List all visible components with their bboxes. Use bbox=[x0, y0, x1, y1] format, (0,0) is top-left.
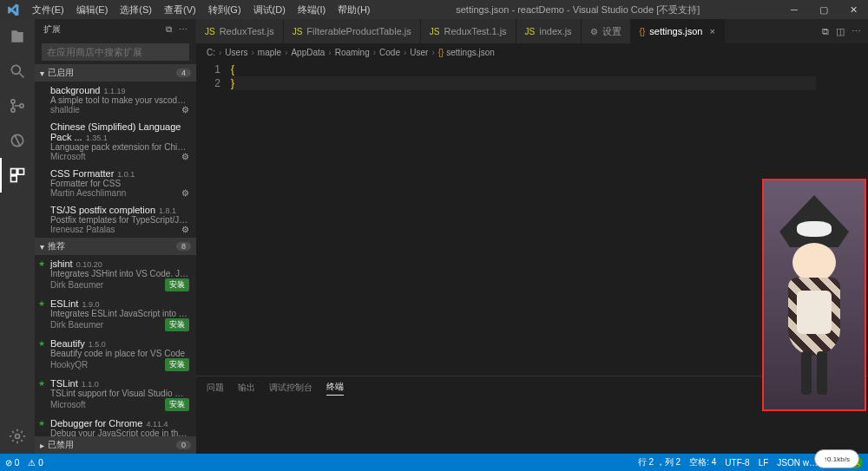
split-editor-icon[interactable]: ◫ bbox=[836, 26, 845, 37]
breadcrumb-item[interactable]: maple bbox=[258, 48, 281, 57]
speed-pill: ↑ 0.1kb/s bbox=[814, 449, 859, 468]
more-icon[interactable]: ⋯ bbox=[179, 24, 187, 35]
line-gutter: 12 bbox=[196, 61, 231, 376]
warnings-status[interactable]: ⚠ 0 bbox=[28, 458, 43, 468]
file-icon: ⚙ bbox=[590, 27, 598, 36]
extension-search[interactable] bbox=[42, 43, 189, 61]
svg-point-3 bbox=[11, 108, 15, 112]
gear-icon[interactable]: ⚙ bbox=[181, 225, 189, 234]
disabled-count-badge: 0 bbox=[176, 441, 191, 449]
menu-item[interactable]: 调试(D) bbox=[247, 3, 292, 16]
breadcrumb-item[interactable]: {} settings.json bbox=[438, 48, 495, 57]
status-bar: ⊘ 0 ⚠ 0 行 2 ，列 2 空格: 4 UTF-8 LF JSON w… … bbox=[0, 454, 868, 471]
more-actions-icon[interactable]: ⋯ bbox=[852, 26, 861, 37]
compare-icon[interactable]: ⧉ bbox=[822, 26, 829, 37]
window-title: settings.json - reactDemo - Visual Studi… bbox=[377, 3, 779, 16]
install-button[interactable]: 安装 bbox=[165, 278, 189, 291]
maximize-button[interactable]: ▢ bbox=[809, 0, 838, 19]
indent-status[interactable]: 空格: 4 bbox=[689, 456, 716, 468]
menu-item[interactable]: 帮助(H) bbox=[332, 3, 376, 16]
filter-icon[interactable]: ⧉ bbox=[166, 24, 172, 35]
svg-rect-8 bbox=[18, 169, 24, 175]
menu-item[interactable]: 编辑(E) bbox=[70, 3, 115, 16]
install-button[interactable]: 安装 bbox=[165, 318, 189, 331]
file-icon: JS bbox=[205, 27, 215, 36]
breadcrumb-item[interactable]: User bbox=[410, 48, 428, 57]
debug-icon[interactable] bbox=[0, 123, 35, 158]
menu-item[interactable]: 转到(G) bbox=[202, 3, 247, 16]
panel-tab[interactable]: 输出 bbox=[238, 382, 255, 394]
editor-tab[interactable]: JSFilterableProductTable.js bbox=[284, 19, 421, 43]
disabled-section-header[interactable]: ▸ 已禁用 0 bbox=[35, 436, 196, 454]
extensions-icon[interactable] bbox=[0, 158, 35, 193]
character-figure bbox=[775, 195, 853, 395]
settings-gear-icon[interactable] bbox=[0, 419, 35, 454]
editor-tabs: JSReduxTest.jsJSFilterableProductTable.j… bbox=[196, 19, 868, 43]
background-overlay bbox=[762, 179, 866, 411]
extension-item[interactable]: ★ESLint1.9.0Integrates ESLint JavaScript… bbox=[35, 295, 196, 335]
sidebar-header: 扩展 ⧉ ⋯ bbox=[35, 19, 196, 40]
svg-rect-7 bbox=[11, 169, 17, 175]
recommend-section-header[interactable]: ▾ 推荐 8 bbox=[35, 238, 196, 255]
chevron-right-icon: ▸ bbox=[40, 441, 44, 450]
language-status[interactable]: JSON w… bbox=[777, 458, 818, 468]
install-button[interactable]: 安装 bbox=[165, 358, 189, 371]
breadcrumb-item[interactable]: C: bbox=[207, 48, 215, 57]
eol-status[interactable]: LF bbox=[759, 458, 769, 468]
minimize-button[interactable]: ─ bbox=[779, 0, 809, 19]
cursor-position[interactable]: 行 2 ，列 2 bbox=[638, 456, 681, 468]
gear-icon[interactable]: ⚙ bbox=[181, 105, 189, 114]
close-tab-icon[interactable]: × bbox=[709, 26, 714, 36]
editor-tab[interactable]: JSReduxTest.js bbox=[196, 19, 284, 43]
main-area: 扩展 ⧉ ⋯ ▾ 已启用 4 background1.1.19A simple … bbox=[0, 19, 868, 454]
chevron-down-icon: ▾ bbox=[40, 242, 44, 252]
enabled-section-header[interactable]: ▾ 已启用 4 bbox=[35, 64, 196, 82]
breadcrumb-item[interactable]: Roaming bbox=[335, 48, 370, 57]
extension-item[interactable]: background1.1.19A simple tool to make yo… bbox=[35, 82, 196, 118]
panel-tab[interactable]: 问题 bbox=[207, 382, 224, 394]
breadcrumb-item[interactable]: Users bbox=[225, 48, 247, 57]
svg-line-1 bbox=[20, 74, 24, 78]
file-icon: JS bbox=[430, 27, 440, 36]
explorer-icon[interactable] bbox=[0, 19, 35, 54]
title-bar: 文件(E)编辑(E)选择(S)查看(V)转到(G)调试(D)终端(I)帮助(H)… bbox=[0, 0, 868, 19]
extension-item[interactable]: ★TSLint1.1.0TSLint support for Visual St… bbox=[35, 375, 196, 415]
editor-tab[interactable]: JSindex.js bbox=[516, 19, 582, 43]
scm-icon[interactable] bbox=[0, 88, 35, 123]
extension-item[interactable]: ★Debugger for Chrome4.11.4Debug your Jav… bbox=[35, 415, 196, 436]
encoding-status[interactable]: UTF-8 bbox=[725, 458, 749, 468]
svg-point-4 bbox=[20, 104, 23, 108]
panel-tab[interactable]: 终端 bbox=[326, 381, 344, 396]
search-input[interactable] bbox=[42, 43, 189, 61]
recommend-list: ★jshint0.10.20Integrates JSHint into VS … bbox=[35, 255, 196, 436]
install-button[interactable]: 安装 bbox=[165, 398, 189, 411]
extension-item[interactable]: Chinese (Simplified) Language Pack ...1.… bbox=[35, 118, 196, 165]
editor-tab[interactable]: JSReduxTest.1.js bbox=[421, 19, 516, 43]
svg-point-0 bbox=[11, 65, 20, 74]
extension-item[interactable]: ★jshint0.10.20Integrates JSHint into VS … bbox=[35, 255, 196, 295]
extension-item[interactable]: CSS Formatter1.0.1Formatter for CSSMarti… bbox=[35, 165, 196, 201]
extension-item[interactable]: TS/JS postfix completion1.8.1Postfix tem… bbox=[35, 201, 196, 238]
errors-status[interactable]: ⊘ 0 bbox=[5, 458, 19, 468]
editor-tab[interactable]: {}settings.json× bbox=[631, 19, 725, 43]
menu-item[interactable]: 终端(I) bbox=[292, 3, 332, 16]
file-icon: {} bbox=[640, 27, 646, 36]
breadcrumb[interactable]: C:›Users›maple›AppData›Roaming›Code›User… bbox=[196, 43, 868, 61]
svg-point-10 bbox=[16, 435, 20, 439]
editor-tab[interactable]: ⚙设置 bbox=[582, 19, 631, 43]
svg-rect-9 bbox=[11, 176, 17, 182]
extension-item[interactable]: ★Beautify1.5.0Beautify code in place for… bbox=[35, 335, 196, 375]
panel-tab[interactable]: 调试控制台 bbox=[269, 382, 312, 394]
menu-item[interactable]: 选择(S) bbox=[114, 3, 158, 16]
menu-bar: 文件(E)编辑(E)选择(S)查看(V)转到(G)调试(D)终端(I)帮助(H) bbox=[26, 3, 377, 16]
search-icon[interactable] bbox=[0, 54, 35, 88]
breadcrumb-item[interactable]: Code bbox=[379, 48, 400, 57]
svg-point-2 bbox=[11, 100, 15, 103]
gear-icon[interactable]: ⚙ bbox=[181, 152, 189, 161]
code-content[interactable]: { } bbox=[231, 61, 816, 376]
close-button[interactable]: ✕ bbox=[838, 0, 868, 19]
menu-item[interactable]: 查看(V) bbox=[158, 3, 202, 16]
gear-icon[interactable]: ⚙ bbox=[181, 188, 189, 198]
breadcrumb-item[interactable]: AppData bbox=[291, 48, 325, 57]
menu-item[interactable]: 文件(E) bbox=[26, 3, 70, 16]
